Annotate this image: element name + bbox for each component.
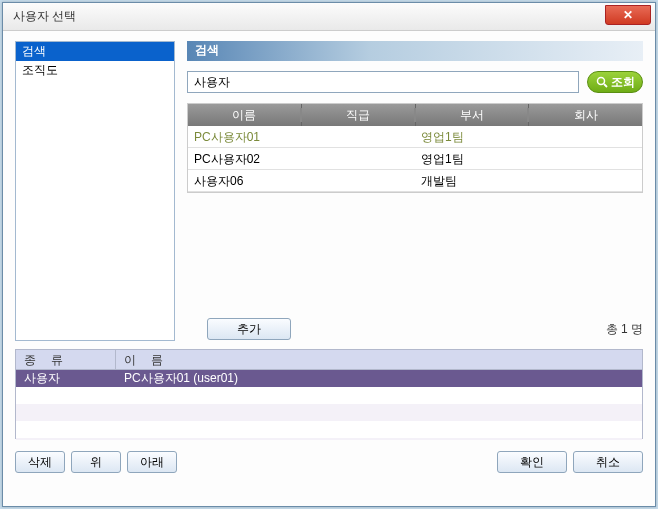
- cell-name: PC사용자01: [188, 126, 302, 147]
- footer: 삭제 위 아래 확인 취소: [15, 451, 643, 473]
- sidebar-item-orgchart[interactable]: 조직도: [16, 61, 174, 80]
- svg-point-0: [597, 78, 604, 85]
- grid-row[interactable]: 사용자 PC사용자01 (user01): [16, 370, 642, 387]
- selected-grid: 종 류 이 름 사용자 PC사용자01 (user01): [15, 349, 643, 439]
- section-title: 검색: [195, 43, 219, 57]
- close-button[interactable]: ✕: [605, 5, 651, 25]
- delete-button[interactable]: 삭제: [15, 451, 65, 473]
- sidebar-item-search[interactable]: 검색: [16, 42, 174, 61]
- th-name[interactable]: 이름: [188, 104, 302, 126]
- count-text: 총 1 명: [606, 321, 643, 338]
- cell-rank: [302, 148, 416, 169]
- ok-button[interactable]: 확인: [497, 451, 567, 473]
- grid-th-type[interactable]: 종 류: [16, 350, 116, 369]
- results-table: 이름 직급 부서 회사 PC사용자01 영업1팀 PC사용자0: [187, 103, 643, 193]
- cancel-button[interactable]: 취소: [573, 451, 643, 473]
- grid-header: 종 류 이 름: [16, 350, 642, 370]
- search-row: 조회: [187, 71, 643, 93]
- footer-left: 삭제 위 아래: [15, 451, 177, 473]
- titlebar: 사용자 선택 ✕: [3, 3, 655, 31]
- cell-rank: [302, 126, 416, 147]
- close-icon: ✕: [623, 8, 633, 22]
- up-button[interactable]: 위: [71, 451, 121, 473]
- add-bar: 추가 총 1 명: [187, 317, 643, 341]
- down-button[interactable]: 아래: [127, 451, 177, 473]
- dialog-window: 사용자 선택 ✕ 검색 조직도 검색: [2, 2, 656, 507]
- cell-rank: [302, 170, 416, 191]
- magnifier-icon: [596, 76, 608, 88]
- table-body: PC사용자01 영업1팀 PC사용자02 영업1팀 사용자06: [188, 126, 642, 192]
- sidebar-item-label: 조직도: [22, 63, 58, 77]
- sidebar: 검색 조직도: [15, 41, 175, 341]
- search-button-label: 조회: [611, 74, 635, 91]
- th-rank[interactable]: 직급: [302, 104, 416, 126]
- cell-company: [529, 148, 643, 169]
- right-pane: 검색 조회 이름 직급 부서 회사: [187, 41, 643, 341]
- content: 검색 조직도 검색 조회: [3, 31, 655, 506]
- search-button[interactable]: 조회: [587, 71, 643, 93]
- cell-dept: 영업1팀: [415, 126, 529, 147]
- cell-name: 사용자06: [188, 170, 302, 191]
- cell-dept: 개발팀: [415, 170, 529, 191]
- grid-body: 사용자 PC사용자01 (user01): [16, 370, 642, 440]
- cell-name: PC사용자02: [188, 148, 302, 169]
- cell-company: [529, 126, 643, 147]
- table-row[interactable]: 사용자06 개발팀: [188, 170, 642, 192]
- add-button[interactable]: 추가: [207, 318, 291, 340]
- svg-line-1: [604, 84, 607, 87]
- grid-cell-type: 사용자: [16, 370, 116, 387]
- search-input[interactable]: [187, 71, 579, 93]
- section-header: 검색: [187, 41, 643, 61]
- table-header: 이름 직급 부서 회사: [188, 104, 642, 126]
- cell-company: [529, 170, 643, 191]
- sidebar-item-label: 검색: [22, 44, 46, 58]
- grid-cell-name: PC사용자01 (user01): [116, 370, 642, 387]
- th-company[interactable]: 회사: [529, 104, 642, 126]
- footer-right: 확인 취소: [497, 451, 643, 473]
- table-row[interactable]: PC사용자01 영업1팀: [188, 126, 642, 148]
- window-title: 사용자 선택: [13, 8, 76, 25]
- table-row[interactable]: PC사용자02 영업1팀: [188, 148, 642, 170]
- grid-th-name[interactable]: 이 름: [116, 350, 642, 369]
- upper-pane: 검색 조직도 검색 조회: [15, 41, 643, 341]
- cell-dept: 영업1팀: [415, 148, 529, 169]
- th-dept[interactable]: 부서: [416, 104, 530, 126]
